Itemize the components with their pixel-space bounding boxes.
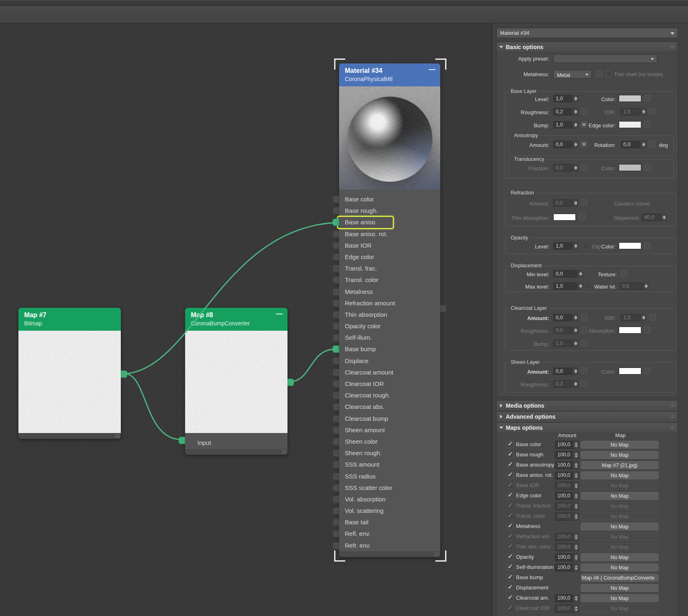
material-input-slot[interactable]: Clearcoat abs. [339, 401, 440, 413]
map-enable-checkbox[interactable] [507, 482, 514, 489]
map-enable-checkbox[interactable] [507, 595, 514, 601]
map-amount-spinner[interactable] [573, 502, 579, 510]
metalness-dropdown[interactable]: Metal [553, 70, 592, 79]
material-input-slot[interactable]: Base IOR [339, 240, 440, 251]
material-input-slot[interactable]: Thin absorption [339, 309, 440, 320]
map-assign-button[interactable]: No Map [581, 523, 659, 530]
rollout-collapsed-icon[interactable] [500, 415, 502, 419]
rollout-header-basic[interactable]: Basic options [497, 42, 677, 53]
map-assign-button[interactable]: No Map [581, 584, 659, 592]
map-assign-button[interactable]: Map #7 (21.jpg) [581, 461, 659, 469]
material-input-slot[interactable]: Vol. scattering [339, 505, 440, 517]
bump-value[interactable]: 1,0 [553, 121, 572, 129]
material-input-slot[interactable]: Metalness [339, 286, 440, 298]
clearcoat-ior-spinner[interactable] [640, 314, 646, 321]
sheen-color-map-button[interactable] [644, 368, 651, 374]
map-amount-spinner[interactable] [573, 533, 579, 541]
material-input-slot[interactable]: Base bump [339, 343, 440, 355]
material-input-slot[interactable]: Sheen amount [339, 424, 440, 436]
opacity-level-value[interactable]: 1,0 [553, 242, 572, 250]
map-enable-checkbox[interactable] [507, 605, 514, 611]
resize-grip-icon[interactable] [282, 450, 286, 454]
node-map8[interactable]: Map #8 CoronaBumpConverter — Input [185, 308, 287, 454]
slot-socket-icon[interactable] [333, 323, 339, 330]
map-amount-value[interactable]: 100,0 [555, 605, 575, 613]
slot-socket-icon[interactable] [333, 357, 339, 365]
slot-socket-icon[interactable] [333, 300, 339, 307]
map-amount-spinner[interactable] [573, 553, 579, 562]
material-input-slot[interactable]: Sheen rough. [339, 447, 440, 459]
map-assign-button[interactable]: No Map [581, 472, 659, 479]
material-input-slot[interactable]: Vol. absorption [339, 494, 440, 505]
material-input-slot[interactable]: Base rough. [339, 205, 440, 217]
max-level-value[interactable]: 1,0 [553, 282, 577, 290]
map-amount-value[interactable]: 100,0 [555, 441, 575, 449]
slot-socket-icon[interactable] [333, 530, 339, 537]
map8-input-slot[interactable]: Input [185, 433, 287, 449]
node-map7[interactable]: Map #7 Bitmap [18, 308, 121, 439]
level-value[interactable]: 1,0 [553, 95, 572, 102]
material-input-slot[interactable]: Self-illum. [339, 332, 440, 343]
slot-socket-icon[interactable] [333, 473, 339, 480]
rollout-header-media[interactable]: Media options [497, 401, 677, 411]
map-assign-button[interactable]: No Map [581, 564, 659, 571]
absorption-map-button[interactable] [644, 327, 651, 333]
material-input-slot[interactable]: Clearcoat amount [339, 367, 440, 378]
dispersion-value[interactable]: 40,0 [642, 214, 661, 221]
map-amount-spinner[interactable] [573, 492, 579, 500]
map-enable-checkbox[interactable] [507, 574, 514, 581]
map-assign-button[interactable]: No Map [581, 543, 659, 551]
map-enable-checkbox[interactable] [507, 513, 514, 519]
collapse-node-button[interactable]: — [276, 310, 283, 318]
rollout-expand-icon[interactable] [499, 46, 503, 48]
slot-socket-icon[interactable] [333, 403, 339, 411]
water-level-value[interactable]: 0,5 [620, 282, 643, 290]
map-enable-checkbox[interactable] [507, 554, 514, 560]
node-material34[interactable]: Material #34 CoronaPhysicalMtl — Base co… [339, 63, 440, 557]
map-amount-spinner[interactable] [573, 441, 579, 449]
opacity-level-spinner[interactable] [573, 242, 578, 250]
map8-output-socket[interactable] [287, 379, 294, 386]
sheen-roughness-spinner[interactable] [573, 380, 578, 388]
base-ior-value[interactable]: 1,5 [621, 108, 640, 115]
map-enable-checkbox[interactable] [507, 492, 514, 499]
dispersion-spinner[interactable] [661, 214, 666, 221]
rollout-grip-icon[interactable] [670, 404, 675, 408]
clearcoat-roughness-value[interactable]: 0,0 [553, 327, 572, 334]
clearcoat-amount-value[interactable]: 0,0 [553, 314, 572, 321]
map-amount-value[interactable]: 100,0 [555, 553, 575, 562]
material-input-slot[interactable]: Displace [339, 355, 440, 367]
material-output-socket[interactable] [440, 305, 447, 312]
map-amount-spinner[interactable] [573, 594, 579, 602]
material-input-slot[interactable]: Edge color [339, 251, 440, 263]
slot-socket-icon[interactable] [333, 276, 339, 284]
map-amount-value[interactable]: 100,0 [555, 502, 575, 510]
material-input-slot[interactable]: SSS amount [339, 459, 440, 470]
slot-socket-icon[interactable] [333, 484, 339, 492]
clearcoat-bump-spinner[interactable] [573, 340, 578, 347]
sheen-roughness-map-button[interactable] [581, 380, 587, 387]
base-color-map-button[interactable] [644, 95, 651, 102]
map-assign-button[interactable]: No Map [581, 594, 659, 602]
map-amount-value[interactable]: 100,0 [555, 564, 575, 572]
opacity-color-swatch[interactable] [619, 242, 641, 249]
dispersion-checkbox[interactable] [606, 214, 611, 220]
sheen-amount-value[interactable]: 0,0 [553, 368, 572, 375]
opacity-color-map-button[interactable] [644, 242, 651, 249]
slot-socket-icon[interactable] [333, 311, 339, 318]
material-input-slot[interactable]: Clearcoat IOR [339, 378, 440, 390]
map-enable-checkbox[interactable] [507, 462, 514, 468]
sheen-color-swatch[interactable] [619, 368, 641, 375]
slot-socket-icon[interactable] [333, 288, 339, 296]
material-input-slot[interactable]: Refr. env. [339, 540, 440, 551]
refraction-amount-value[interactable]: 0,0 [553, 199, 572, 207]
rotation-value[interactable]: 0,0 [621, 141, 640, 148]
thin-absorption-swatch[interactable] [553, 214, 576, 221]
material-input-slot[interactable]: SSS radius [339, 471, 440, 482]
absorption-swatch[interactable] [619, 327, 641, 334]
material-selector-dropdown[interactable]: Material #34 [496, 28, 678, 38]
slot-socket-icon[interactable] [333, 542, 339, 549]
slot-socket-icon[interactable] [333, 496, 339, 503]
map-enable-checkbox[interactable] [507, 564, 514, 571]
material-input-slot[interactable]: Clearcoat bump [339, 413, 440, 424]
